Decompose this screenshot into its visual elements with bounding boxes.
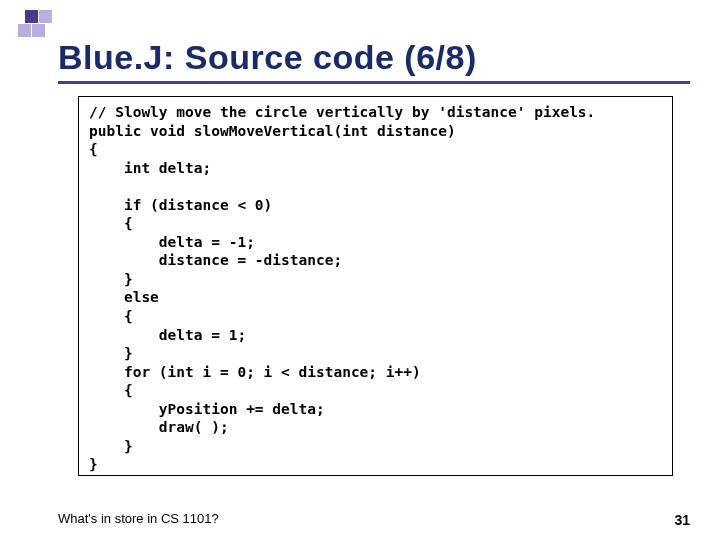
- code-block: // Slowly move the circle vertically by …: [78, 96, 673, 476]
- logo-square: [25, 10, 38, 23]
- code-content: // Slowly move the circle vertically by …: [89, 103, 662, 474]
- footer-text: What's in store in CS 1101?: [58, 511, 219, 526]
- code-line: {: [89, 382, 133, 398]
- code-line: }: [89, 456, 98, 472]
- logo-square: [39, 10, 52, 23]
- logo-square: [32, 24, 45, 37]
- slide-number: 31: [674, 512, 690, 528]
- code-line: public void slowMoveVertical(int distanc…: [89, 123, 456, 139]
- code-line: else: [89, 289, 159, 305]
- code-line: int delta;: [89, 160, 211, 176]
- slide-title: Blue.J: Source code (6/8): [58, 38, 690, 84]
- code-line: }: [89, 271, 133, 287]
- code-line: {: [89, 215, 133, 231]
- slide-logo: [18, 10, 52, 44]
- code-line: yPosition += delta;: [89, 401, 325, 417]
- code-line: // Slowly move the circle vertically by …: [89, 104, 595, 120]
- logo-square: [18, 24, 31, 37]
- code-line: delta = 1;: [89, 327, 246, 343]
- code-line: if (distance < 0): [89, 197, 272, 213]
- code-line: delta = -1;: [89, 234, 255, 250]
- code-line: distance = -distance;: [89, 252, 342, 268]
- code-line: }: [89, 438, 133, 454]
- code-line: {: [89, 141, 98, 157]
- code-line: {: [89, 308, 133, 324]
- code-line: }: [89, 345, 133, 361]
- code-line: draw( );: [89, 419, 229, 435]
- code-line: for (int i = 0; i < distance; i++): [89, 364, 421, 380]
